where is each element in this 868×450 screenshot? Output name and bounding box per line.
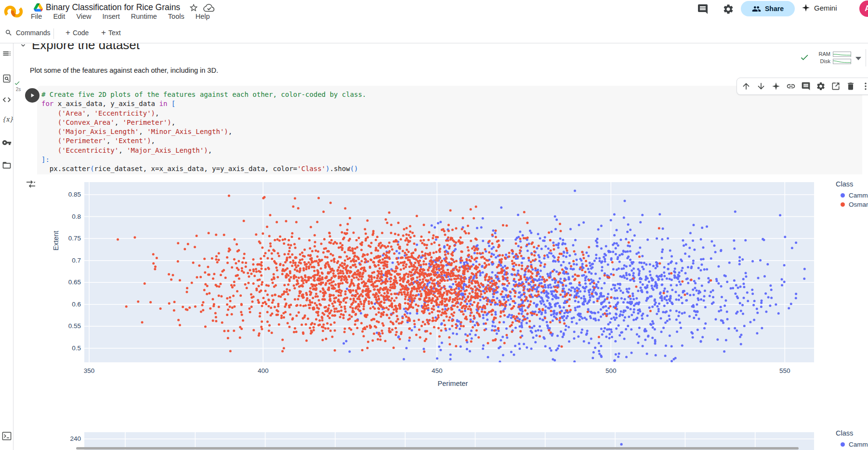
menu-item-edit[interactable]: Edit (53, 13, 65, 20)
code-line: ]: (41, 155, 366, 164)
gemini-sparkle-icon (802, 3, 810, 12)
cloud-saved-icon[interactable] (203, 3, 215, 13)
y-tick-label: 0.6 (57, 301, 81, 308)
legend-label: Cammeo (849, 192, 868, 199)
toolbar-divider (53, 28, 54, 39)
app-header: Binary Classification for Rice Grains Fi… (0, 0, 868, 24)
delete-cell-icon[interactable] (846, 81, 855, 91)
notebook-toolbar: Commands + Code + Text RAM Disk (0, 24, 868, 43)
disk-label: Disk (814, 58, 830, 64)
commands-label: Commands (16, 29, 51, 37)
cell-success-check-icon (13, 80, 21, 86)
share-people-icon (752, 4, 761, 13)
drive-file-icon (34, 3, 43, 12)
code-line: ('Area', 'Eccentricity'), (41, 109, 366, 118)
menu-item-file[interactable]: File (31, 13, 42, 20)
y-tick-label: 0.8 (57, 213, 81, 220)
plus-icon: + (101, 29, 106, 37)
disk-usage-sparkline (833, 59, 851, 64)
find-and-replace-icon[interactable] (2, 74, 12, 83)
legend-entry-osmancik[interactable]: Osmancik (836, 200, 868, 209)
left-sidebar-rail: {x} (0, 43, 13, 450)
menu-item-insert[interactable]: Insert (103, 13, 120, 20)
run-cell-button[interactable] (25, 88, 39, 103)
legend-marker (841, 442, 845, 447)
resource-dropdown-caret[interactable] (855, 57, 861, 60)
comments-icon[interactable] (697, 3, 709, 15)
menu-item-runtime[interactable]: Runtime (131, 13, 157, 20)
legend-label: Cammeo (849, 441, 868, 448)
search-icon (5, 29, 13, 37)
legend-marker (841, 202, 845, 207)
menu-item-view[interactable]: View (76, 13, 91, 20)
gemini-button[interactable]: Gemini (802, 3, 837, 12)
files-folder-icon[interactable] (2, 160, 12, 170)
share-button[interactable]: Share (741, 1, 795, 16)
plus-icon: + (66, 29, 70, 37)
secrets-key-icon[interactable] (2, 138, 12, 147)
x-axis-title: Perimeter (424, 380, 482, 387)
add-text-button[interactable]: + Text (101, 29, 121, 37)
add-comment-icon[interactable] (801, 81, 811, 91)
legend-entry-cammeo[interactable]: Cammeo (836, 191, 868, 200)
x-tick-label: 550 (770, 367, 799, 374)
ram-label: RAM (814, 51, 830, 57)
settings-gear-icon[interactable] (723, 3, 734, 15)
colab-logo[interactable] (4, 4, 23, 19)
y-tick-label: 0.75 (57, 235, 81, 242)
gemini-cell-sparkle-icon[interactable] (771, 81, 781, 91)
x-tick-label: 400 (249, 367, 277, 374)
y-tick-label: 0.55 (57, 322, 81, 330)
share-button-label: Share (765, 5, 784, 13)
copy-link-to-cell-icon[interactable] (786, 81, 796, 91)
cell-toolbar (736, 78, 868, 95)
code-line: ('Eccentricity', 'Major_Axis_Length'), (41, 146, 366, 155)
variables-icon[interactable]: {x} (2, 116, 12, 125)
chart-legend: ClassCammeoOsmancik (836, 180, 868, 209)
runtime-connected-check-icon (800, 53, 809, 62)
second-chart-legend: ClassCammeoOsmancik (836, 429, 868, 450)
more-cell-actions-icon[interactable] (861, 81, 868, 91)
x-tick-label: 500 (596, 367, 625, 374)
toolbar-right-divider (866, 49, 866, 66)
legend-title: Class (836, 429, 868, 437)
markdown-paragraph: Plot some of the features against each o… (30, 66, 218, 74)
code-line: for x_axis_data, y_axis_data in [ (41, 99, 366, 108)
legend-title: Class (836, 180, 868, 188)
star-icon[interactable] (189, 3, 198, 13)
cell-exec-time: 2s (13, 87, 23, 92)
x-tick-label: 350 (75, 367, 104, 374)
move-cell-up-icon[interactable] (741, 81, 751, 91)
menu-item-tools[interactable]: Tools (168, 13, 184, 20)
account-avatar[interactable]: A (859, 0, 868, 17)
output-settings-icon[interactable] (25, 178, 37, 190)
move-cell-down-icon[interactable] (756, 81, 766, 91)
legend-label: Osmancik (849, 201, 868, 208)
table-of-contents-icon[interactable] (2, 49, 12, 58)
code-snippets-icon[interactable] (2, 95, 12, 105)
cell-execution-indicator: 2s (13, 80, 23, 92)
add-code-button[interactable]: + Code (66, 29, 89, 37)
horizontal-scrollbar[interactable] (76, 447, 799, 450)
y-tick-label: 0.5 (57, 344, 81, 352)
scatter-plot-output (84, 182, 814, 362)
menu-item-help[interactable]: Help (196, 13, 210, 20)
mirror-cell-in-tab-icon[interactable] (831, 81, 841, 91)
code-line: ('Convex_Area', 'Perimeter'), (41, 118, 366, 127)
y-tick-label: 0.85 (57, 191, 81, 198)
code-line: px.scatter(rice_dataset, x=x_axis_data, … (41, 164, 366, 173)
legend-entry-cammeo[interactable]: Cammeo (836, 440, 868, 449)
play-icon (29, 92, 36, 99)
terminal-icon[interactable] (2, 432, 12, 441)
notebook-title[interactable]: Binary Classification for Rice Grains (46, 2, 180, 13)
scatter-plot-canvas[interactable] (84, 182, 814, 362)
cell-settings-gear-icon[interactable] (816, 81, 826, 91)
code-line: ('Major_Axis_Length', 'Minor_Axis_Length… (41, 127, 366, 136)
command-palette-button[interactable]: Commands (5, 29, 51, 37)
code-line: ('Perimeter', 'Extent'), (41, 136, 366, 146)
second-chart-y-tick-label: 240 (57, 435, 81, 442)
resource-monitor[interactable]: RAM Disk (814, 51, 851, 65)
x-tick-label: 450 (422, 367, 451, 374)
code-line: # Create five 2D plots of the features a… (41, 90, 366, 99)
code-editor[interactable]: # Create five 2D plots of the features a… (41, 90, 366, 174)
